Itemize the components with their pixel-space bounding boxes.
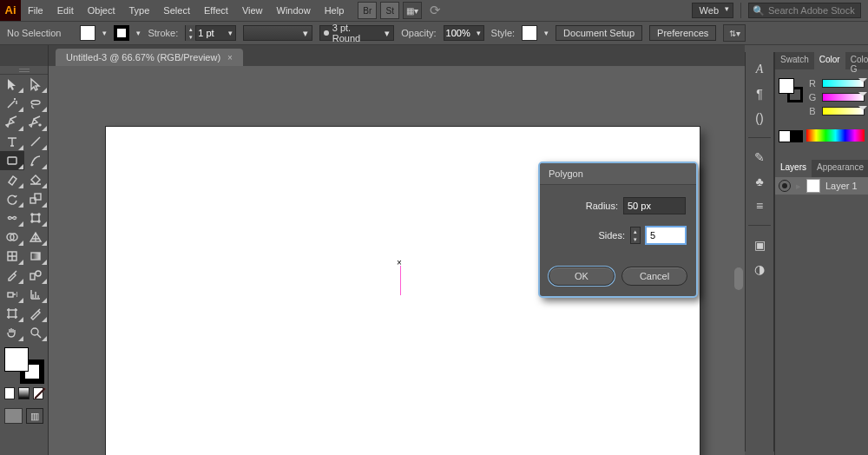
- artboard-tool[interactable]: [0, 304, 24, 323]
- menu-window[interactable]: Window: [270, 0, 318, 21]
- visibility-icon[interactable]: [779, 180, 791, 192]
- rotate-tool[interactable]: [0, 189, 24, 208]
- shape-tool[interactable]: [0, 151, 24, 170]
- sides-input[interactable]: [646, 227, 686, 244]
- mesh-tool[interactable]: [0, 247, 24, 266]
- paragraph-panel-icon[interactable]: ¶: [749, 83, 770, 104]
- bw-swatches[interactable]: [779, 130, 803, 142]
- blend-tool[interactable]: [24, 266, 49, 285]
- graph-tool[interactable]: [24, 285, 49, 304]
- shape-builder-tool[interactable]: [0, 228, 24, 247]
- color-mode-solid[interactable]: [4, 387, 15, 399]
- preferences-button[interactable]: Preferences: [649, 25, 716, 41]
- cancel-button[interactable]: Cancel: [621, 267, 687, 286]
- gpu-icon[interactable]: ⟳: [425, 2, 444, 19]
- align-to-icon[interactable]: ⇅▾: [723, 24, 746, 42]
- symbol-sprayer-tool[interactable]: [0, 285, 24, 304]
- screen-mode[interactable]: ▥: [26, 408, 44, 424]
- appearance-panel-icon[interactable]: ◑: [749, 259, 770, 280]
- stroke-stepper[interactable]: ▴▾: [186, 25, 196, 41]
- eyedropper-tool[interactable]: [0, 266, 24, 285]
- opacity-field[interactable]: ▾: [444, 25, 484, 41]
- bridge-icon[interactable]: Br: [358, 2, 377, 19]
- pen-tool[interactable]: [0, 113, 24, 132]
- stroke-weight[interactable]: ▴▾ ▾: [185, 25, 236, 41]
- direct-selection-tool[interactable]: [24, 75, 49, 94]
- transparency-panel-icon[interactable]: ▣: [749, 234, 770, 255]
- menu-edit[interactable]: Edit: [50, 0, 81, 21]
- svg-rect-0: [8, 157, 16, 164]
- brush-tool[interactable]: [24, 151, 49, 170]
- workspace-switcher[interactable]: Web: [692, 3, 733, 18]
- tab-appearance[interactable]: Appearance: [812, 160, 868, 177]
- stock-icon[interactable]: St: [380, 2, 399, 19]
- stroke-swatch[interactable]: [114, 25, 129, 41]
- hand-tool[interactable]: [0, 323, 24, 342]
- menu-help[interactable]: Help: [318, 0, 352, 21]
- menu-bar: Ai File Edit Object Type Select Effect V…: [0, 0, 868, 21]
- color-mode-none[interactable]: [33, 387, 43, 399]
- shaper-tool[interactable]: [0, 170, 24, 189]
- brush-def[interactable]: 3 pt. Round▾: [319, 25, 394, 41]
- menu-select[interactable]: Select: [156, 0, 197, 21]
- lasso-tool[interactable]: [24, 94, 49, 113]
- width-tool[interactable]: [0, 208, 24, 228]
- sides-label: Sides:: [598, 230, 625, 241]
- style-swatch[interactable]: [522, 25, 537, 41]
- line-tool[interactable]: [24, 132, 49, 151]
- g-slider[interactable]: [822, 93, 865, 102]
- svg-rect-12: [30, 274, 35, 280]
- radius-input[interactable]: [623, 197, 686, 214]
- tab-color-guide[interactable]: Color G: [845, 52, 868, 69]
- stroke-panel-icon[interactable]: ≡: [749, 195, 770, 216]
- tab-swatches[interactable]: Swatch: [775, 52, 814, 69]
- sides-stepper[interactable]: ▴▾: [630, 227, 641, 244]
- magic-wand-tool[interactable]: [0, 94, 24, 113]
- r-label: R: [808, 78, 817, 89]
- selection-status: No Selection: [7, 28, 61, 38]
- free-transform-tool[interactable]: [24, 208, 49, 228]
- color-mode-gradient[interactable]: [18, 387, 29, 399]
- color-panel: R G B: [775, 69, 868, 148]
- glyphs-panel-icon[interactable]: (): [749, 108, 770, 129]
- eraser-tool[interactable]: [24, 170, 49, 189]
- gradient-tool[interactable]: [24, 247, 49, 266]
- menu-effect[interactable]: Effect: [197, 0, 235, 21]
- close-tab-icon[interactable]: ×: [227, 53, 233, 63]
- document-setup-button[interactable]: Document Setup: [556, 25, 642, 41]
- vertical-scrollbar[interactable]: [734, 267, 743, 290]
- document-tab[interactable]: Untitled-3 @ 66.67% (RGB/Preview) ×: [56, 49, 243, 66]
- tab-color[interactable]: Color: [814, 52, 845, 69]
- spectrum-bar[interactable]: [806, 129, 865, 142]
- fill-stroke-control[interactable]: [4, 347, 44, 384]
- var-width-profile[interactable]: ▾: [243, 25, 312, 41]
- menu-view[interactable]: View: [235, 0, 270, 21]
- symbols-panel-icon[interactable]: ♣: [749, 171, 770, 192]
- r-slider[interactable]: [822, 79, 865, 88]
- layer-row[interactable]: ▸ Layer 1: [775, 177, 868, 195]
- stroke-label: Stroke:: [148, 28, 178, 38]
- slice-tool[interactable]: [24, 304, 49, 323]
- menu-file[interactable]: File: [21, 0, 50, 21]
- zoom-tool[interactable]: [24, 323, 49, 342]
- type-tool[interactable]: [0, 132, 24, 151]
- stroke-weight-input[interactable]: [196, 28, 226, 38]
- tab-layers[interactable]: Layers: [775, 160, 812, 177]
- fill-box[interactable]: [4, 347, 29, 372]
- menu-object[interactable]: Object: [81, 0, 122, 21]
- menu-type[interactable]: Type: [122, 0, 157, 21]
- brushes-panel-icon[interactable]: ✎: [749, 147, 770, 168]
- draw-mode[interactable]: [4, 408, 23, 424]
- panel-fill-stroke[interactable]: [779, 78, 803, 102]
- char-panel-icon[interactable]: A: [749, 59, 770, 80]
- ok-button[interactable]: OK: [549, 267, 615, 286]
- b-slider[interactable]: [822, 107, 865, 115]
- stock-search[interactable]: 🔍 Search Adobe Stock: [748, 3, 861, 18]
- curvature-tool[interactable]: [24, 113, 49, 132]
- arrange-docs-icon[interactable]: ▦▾: [403, 2, 422, 19]
- selection-tool[interactable]: [0, 75, 24, 94]
- perspective-tool[interactable]: [24, 228, 49, 247]
- scale-tool[interactable]: [24, 189, 49, 208]
- tool-panel-grip[interactable]: [0, 66, 48, 75]
- fill-swatch[interactable]: [80, 25, 95, 41]
